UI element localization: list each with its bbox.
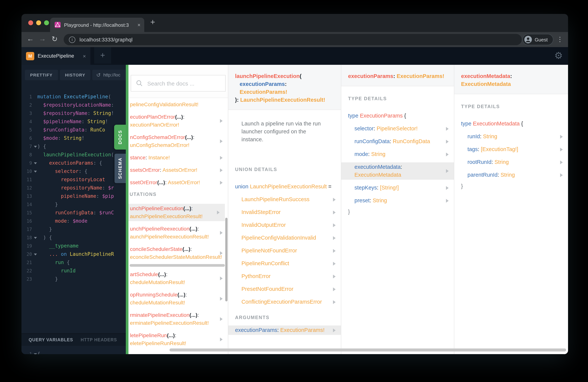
expand-arrow-icon[interactable] bbox=[446, 169, 449, 173]
expand-arrow-icon[interactable] bbox=[220, 297, 223, 301]
vertical-scrollbar-thumb[interactable] bbox=[225, 218, 228, 301]
expand-arrow-icon[interactable] bbox=[333, 223, 336, 227]
docs-list-item[interactable]: unchPipelineReexecution(...):aunchPipeli… bbox=[128, 224, 228, 241]
docs-list-item[interactable]: letePipelineRun(...):eletePipelineRunRes… bbox=[128, 331, 228, 348]
minimize-window-icon[interactable] bbox=[36, 20, 41, 25]
expand-arrow-icon[interactable] bbox=[333, 300, 336, 304]
browser-menu-icon[interactable]: ⋮ bbox=[557, 35, 563, 43]
expand-arrow-icon[interactable] bbox=[333, 236, 336, 240]
code-line[interactable]: 10 selector: { bbox=[21, 167, 126, 175]
expand-arrow-icon[interactable] bbox=[333, 328, 336, 332]
close-tab-icon[interactable]: × bbox=[138, 22, 141, 28]
type-field-row[interactable]: stepKeys: [String!] bbox=[341, 183, 454, 192]
code-line[interactable]: 14 } bbox=[21, 200, 126, 209]
docs-horizontal-scrollbar-thumb[interactable] bbox=[169, 348, 566, 352]
profile-button[interactable]: Guest bbox=[523, 34, 553, 45]
fold-caret-icon[interactable] bbox=[34, 237, 37, 239]
expand-arrow-icon[interactable] bbox=[333, 262, 336, 265]
code-line[interactable]: 4 $pipelineName: String! bbox=[21, 118, 126, 126]
code-line[interactable]: 18 ) { bbox=[21, 233, 126, 242]
expand-arrow-icon[interactable] bbox=[333, 211, 336, 214]
expand-arrow-icon[interactable] bbox=[220, 338, 223, 341]
type-field-row[interactable]: runConfigData: RunConfigData bbox=[341, 137, 454, 146]
expand-arrow-icon[interactable] bbox=[446, 186, 449, 190]
fold-caret-icon[interactable] bbox=[34, 171, 37, 172]
expand-arrow-icon[interactable] bbox=[220, 156, 223, 160]
code-line[interactable]: 20 ... on LaunchPipelineR bbox=[21, 250, 126, 258]
code-line[interactable]: 12 repositoryName: $r bbox=[21, 184, 126, 192]
expand-arrow-icon[interactable] bbox=[217, 211, 220, 214]
code-line[interactable]: 1mutation ExecutePipeline( bbox=[21, 93, 126, 101]
tab-http-headers[interactable]: HTTP HEADERS bbox=[81, 338, 117, 342]
new-playground-tab-button[interactable]: + bbox=[94, 47, 111, 64]
expand-arrow-icon[interactable] bbox=[220, 251, 223, 255]
code-line[interactable]: 11 repositoryLocat bbox=[21, 175, 126, 184]
fold-caret-icon[interactable] bbox=[34, 146, 37, 148]
expand-arrow-icon[interactable] bbox=[220, 168, 223, 172]
docs-list-item[interactable]: artSchedule(...):cheduleMutationResult! bbox=[128, 270, 228, 287]
docs-list-item[interactable]: opRunningSchedule(...):cheduleMutationRe… bbox=[128, 290, 228, 307]
expand-arrow-icon[interactable] bbox=[220, 119, 223, 123]
search-input[interactable]: Search the docs ... bbox=[131, 75, 226, 91]
expand-arrow-icon[interactable] bbox=[220, 317, 223, 321]
code-line[interactable]: 7) { bbox=[21, 142, 126, 151]
code-line[interactable]: 15 runConfigData: $runC bbox=[21, 209, 126, 217]
code-line[interactable]: 8 launchPipelineExecution( bbox=[21, 151, 126, 159]
address-bar[interactable]: i localhost:3333/graphql bbox=[64, 34, 522, 45]
type-field-row[interactable]: ConflictingExecutionParamsError bbox=[228, 297, 341, 307]
settings-gear-icon[interactable]: ⚙ bbox=[554, 50, 563, 61]
prettify-button[interactable]: PRETTIFY bbox=[25, 70, 58, 80]
expand-arrow-icon[interactable] bbox=[446, 152, 449, 156]
docs-list-item[interactable]: stance: Instance! bbox=[128, 153, 228, 162]
code-line[interactable]: 9 executionParams: { bbox=[21, 159, 126, 167]
type-field-row[interactable]: PythonError bbox=[228, 272, 341, 281]
docs-list-item[interactable]: concileSchedulerState(...):econcileSched… bbox=[128, 245, 228, 262]
docs-list-item[interactable]: ecutionPlanOrError(...):xecutionPlanOrEr… bbox=[128, 112, 228, 129]
code-line[interactable]: 6 $mode: String! bbox=[21, 134, 126, 142]
url-text[interactable]: localhost:3333/graphql bbox=[80, 37, 133, 42]
expand-arrow-icon[interactable] bbox=[446, 127, 449, 130]
type-field-row[interactable]: PipelineNotFoundError bbox=[228, 246, 341, 255]
type-field-row[interactable]: InvalidStepError bbox=[228, 208, 341, 217]
variables-editor[interactable]: 1{2 "repositoryName": "exper3 "repositor… bbox=[21, 350, 126, 354]
code-line[interactable]: 1{ bbox=[21, 350, 126, 354]
docs-list-item[interactable]: ssetOrError(...): AssetOrError! bbox=[128, 178, 228, 187]
docs-list-item[interactable]: pelineConfigValidationResult! bbox=[128, 100, 228, 109]
browser-tab[interactable]: Playground - http://localhost:3 × bbox=[50, 18, 144, 32]
docs-list-item[interactable]: ssetsOrError: AssetsOrError! bbox=[128, 165, 228, 175]
fold-caret-icon[interactable] bbox=[34, 254, 37, 255]
expand-arrow-icon[interactable] bbox=[220, 231, 223, 235]
expand-arrow-icon[interactable] bbox=[560, 160, 563, 164]
type-field-row[interactable]: parentRunId: String bbox=[454, 170, 568, 180]
query-editor[interactable]: 1mutation ExecutePipeline(2 $repositoryL… bbox=[21, 93, 126, 283]
code-line[interactable]: 19 __typename bbox=[21, 242, 126, 250]
code-line[interactable]: 13 pipelineName: $pip bbox=[21, 192, 126, 200]
docs-list-item[interactable]: unchPipelineExecution(...):aunchPipeline… bbox=[128, 204, 225, 221]
type-field-row[interactable]: LaunchPipelineRunSuccess bbox=[228, 195, 341, 204]
docs-drag-strip[interactable] bbox=[126, 65, 128, 354]
expand-arrow-icon[interactable] bbox=[333, 249, 336, 253]
type-field-row[interactable]: executionMetadata:ExecutionMetadata bbox=[341, 162, 454, 180]
expand-arrow-icon[interactable] bbox=[333, 287, 336, 291]
type-field-row[interactable]: preset: String bbox=[341, 196, 454, 205]
expand-arrow-icon[interactable] bbox=[220, 139, 223, 143]
reload-icon[interactable]: ↻ bbox=[52, 35, 58, 43]
type-field-row[interactable]: PresetNotFoundError bbox=[228, 284, 341, 294]
back-icon[interactable]: ← bbox=[27, 35, 34, 43]
code-line[interactable]: 21 run { bbox=[21, 258, 126, 267]
expand-arrow-icon[interactable] bbox=[220, 276, 223, 280]
type-field-row[interactable]: selector: PipelineSelector! bbox=[341, 124, 454, 133]
endpoint-reload-icon[interactable]: ↺ bbox=[96, 72, 101, 78]
fold-caret-icon[interactable] bbox=[34, 353, 37, 354]
fold-caret-icon[interactable] bbox=[34, 162, 37, 164]
site-info-icon[interactable]: i bbox=[69, 36, 75, 43]
code-line[interactable]: 22 runId bbox=[21, 267, 126, 275]
expand-arrow-icon[interactable] bbox=[560, 135, 563, 138]
type-field-row[interactable]: tags: [ExecutionTag!] bbox=[454, 145, 568, 154]
code-line[interactable]: 16 mode: $mode bbox=[21, 217, 126, 225]
tab-schema[interactable]: SCHEMA bbox=[114, 154, 126, 183]
expand-arrow-icon[interactable] bbox=[333, 275, 336, 278]
horizontal-scrollbar-thumb[interactable] bbox=[129, 264, 225, 267]
code-line[interactable]: 17 } bbox=[21, 225, 126, 233]
type-field-row[interactable]: runId: String bbox=[454, 132, 568, 141]
